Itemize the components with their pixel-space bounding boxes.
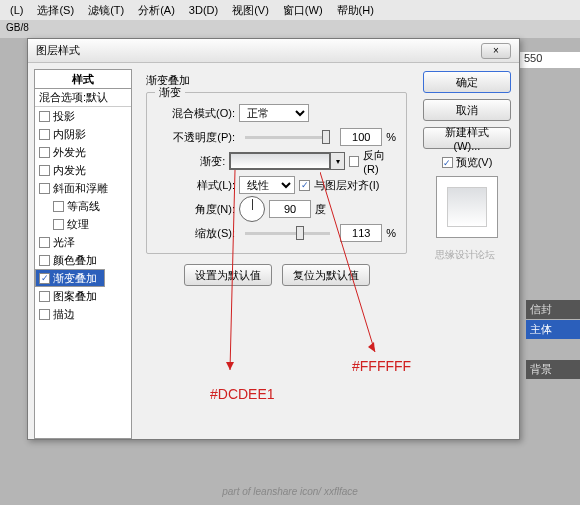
style-item-bevel[interactable]: 斜面和浮雕: [35, 179, 131, 197]
style-item-drop-shadow[interactable]: 投影: [35, 107, 131, 125]
preview-checkbox[interactable]: [442, 157, 453, 168]
blend-mode-label: 混合模式(O):: [157, 106, 235, 121]
gradient-preview[interactable]: [230, 153, 330, 169]
scale-unit: %: [386, 227, 396, 239]
reverse-checkbox[interactable]: [349, 156, 359, 167]
reverse-label: 反向(R): [363, 148, 396, 175]
style-item-inner-glow[interactable]: 内发光: [35, 161, 131, 179]
opacity-slider[interactable]: [245, 136, 330, 139]
layer-style-dialog: 图层样式 × 样式 混合选项:默认 投影 内阴影 外发光 内发光 斜面和浮雕 等…: [27, 38, 520, 440]
menu-item[interactable]: 视图(V): [226, 1, 275, 20]
layer-tab-active[interactable]: 主体: [526, 320, 580, 339]
footer-watermark: part of leanshare icon/ xxflface: [0, 486, 580, 497]
gradient-style-select[interactable]: 线性: [239, 176, 295, 194]
close-button[interactable]: ×: [481, 43, 511, 59]
angle-dial[interactable]: [239, 196, 265, 222]
dialog-title: 图层样式: [36, 43, 80, 58]
angle-input[interactable]: [269, 200, 311, 218]
align-label: 与图层对齐(I): [314, 178, 379, 193]
scale-input[interactable]: [340, 224, 382, 242]
layer-tab[interactable]: 背景: [526, 360, 580, 379]
layers-panel-fragment: 信封 主体 背景: [526, 300, 580, 380]
section-title: 渐变叠加: [146, 73, 407, 88]
fieldset-legend: 渐变: [155, 85, 185, 100]
blend-mode-select[interactable]: 正常: [239, 104, 309, 122]
scale-slider[interactable]: [245, 232, 330, 235]
style-item-outer-glow[interactable]: 外发光: [35, 143, 131, 161]
opacity-unit: %: [386, 131, 396, 143]
blending-options[interactable]: 混合选项:默认: [35, 89, 131, 107]
menu-item[interactable]: 选择(S): [31, 1, 80, 20]
align-checkbox[interactable]: [299, 180, 310, 191]
preview-label: 预览(V): [456, 155, 493, 170]
menu-item[interactable]: 滤镜(T): [82, 1, 130, 20]
doc-tab[interactable]: GB/8: [0, 20, 580, 38]
style-item-pattern-overlay[interactable]: 图案叠加: [35, 287, 131, 305]
style-list-panel: 样式 混合选项:默认 投影 内阴影 外发光 内发光 斜面和浮雕 等高线 纹理 光…: [34, 69, 132, 433]
style-label: 样式(L):: [157, 178, 235, 193]
gradient-dropdown-icon[interactable]: ▾: [330, 153, 344, 169]
ok-button[interactable]: 确定: [423, 71, 511, 93]
style-item-satin[interactable]: 光泽: [35, 233, 131, 251]
menu-item[interactable]: 3D(D): [183, 2, 224, 18]
gradient-label: 渐变:: [157, 154, 225, 169]
menu-item[interactable]: 分析(A): [132, 1, 181, 20]
preview-swatch: [447, 187, 487, 227]
style-item-texture[interactable]: 纹理: [35, 215, 131, 233]
opacity-input[interactable]: [340, 128, 382, 146]
layer-tab[interactable]: 信封: [526, 300, 580, 319]
watermark-text: 思缘设计论坛: [435, 248, 495, 262]
reset-default-button[interactable]: 复位为默认值: [282, 264, 370, 286]
style-item-stroke[interactable]: 描边: [35, 305, 131, 323]
new-style-button[interactable]: 新建样式(W)...: [423, 127, 511, 149]
style-item-color-overlay[interactable]: 颜色叠加: [35, 251, 131, 269]
menu-item[interactable]: (L): [4, 2, 29, 18]
menu-item[interactable]: 窗口(W): [277, 1, 329, 20]
preview-box: [436, 176, 498, 238]
style-item-gradient-overlay[interactable]: 渐变叠加: [35, 269, 105, 287]
settings-panel: 渐变叠加 渐变 混合模式(O): 正常 不透明度(P): % 渐变:: [138, 69, 415, 433]
scale-label: 缩放(S):: [157, 226, 235, 241]
style-item-inner-shadow[interactable]: 内阴影: [35, 125, 131, 143]
opacity-label: 不透明度(P):: [157, 130, 235, 145]
angle-label: 角度(N):: [157, 202, 235, 217]
menu-bar: (L) 选择(S) 滤镜(T) 分析(A) 3D(D) 视图(V) 窗口(W) …: [0, 0, 580, 20]
ruler: 550: [520, 52, 580, 68]
make-default-button[interactable]: 设置为默认值: [184, 264, 272, 286]
cancel-button[interactable]: 取消: [423, 99, 511, 121]
style-list-header[interactable]: 样式: [34, 69, 132, 89]
angle-unit: 度: [315, 202, 326, 217]
menu-item[interactable]: 帮助(H): [331, 1, 380, 20]
dialog-titlebar[interactable]: 图层样式 ×: [28, 39, 519, 63]
style-item-contour[interactable]: 等高线: [35, 197, 131, 215]
